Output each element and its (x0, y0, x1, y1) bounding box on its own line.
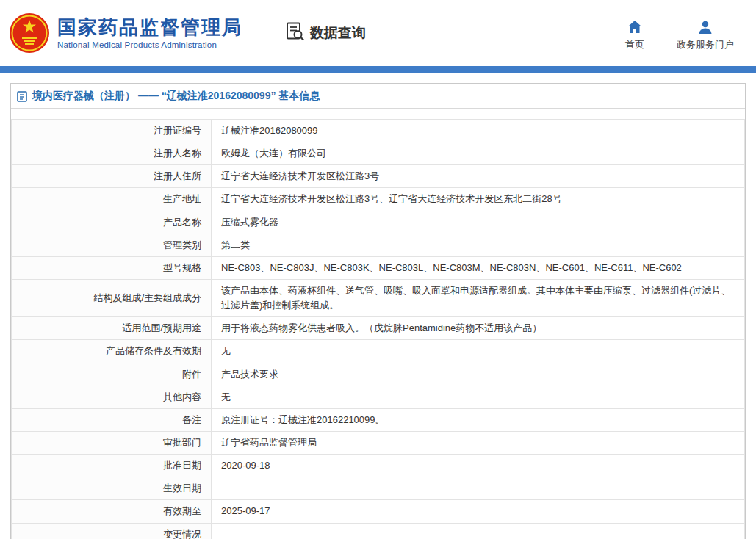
row-value: 无 (212, 340, 745, 363)
row-value: 2020-09-18 (212, 455, 745, 477)
row-value: 辽宁省药品监督管理局 (212, 431, 745, 454)
row-label: 有效期至 (12, 500, 212, 523)
table-row: 备注原注册证号：辽械注准20162210099。 (12, 408, 745, 431)
row-label: 注册人名称 (12, 142, 212, 165)
table-row: 注册证编号辽械注准20162080099 (12, 120, 745, 142)
table-row: 管理类别第二类 (12, 234, 745, 256)
table-row: 注册人名称欧姆龙（大连）有限公司 (12, 142, 745, 165)
row-label: 审批部门 (12, 431, 212, 454)
table-row: 注册人住所辽宁省大连经济技术开发区松江路3号 (12, 165, 745, 188)
info-table-body: 注册证编号辽械注准20162080099注册人名称欧姆龙（大连）有限公司注册人住… (12, 120, 745, 539)
row-label: 生效日期 (12, 477, 212, 500)
nav-portal[interactable]: 政务服务门户 (677, 20, 734, 51)
row-value: 用于将液态药物雾化供患者吸入。（戊烷脒Pentamidine药物不适用该产品） (212, 317, 745, 340)
header: 国家药品监督管理局 National Medical Products Admi… (0, 0, 756, 66)
row-label: 生产地址 (12, 188, 212, 211)
row-value: 压缩式雾化器 (212, 211, 745, 234)
row-value: 欧姆龙（大连）有限公司 (212, 142, 745, 165)
row-label: 管理类别 (12, 234, 212, 256)
data-query-label: 数据查询 (310, 23, 366, 43)
table-row: 产品储存条件及有效期无 (12, 340, 745, 363)
page-title: 境内医疗器械（注册） —— “辽械注准20162080099” 基本信息 (32, 90, 320, 103)
row-label: 结构及组成/主要组成成分 (12, 279, 212, 316)
nav-home[interactable]: 首页 (625, 20, 644, 51)
site-subtitle: National Medical Products Administration (57, 40, 242, 49)
row-value: 原注册证号：辽械注准20162210099。 (212, 408, 745, 431)
row-value: 第二类 (212, 234, 745, 256)
site-brand: 国家药品监督管理局 National Medical Products Admi… (9, 12, 242, 54)
content-panel: 境内医疗器械（注册） —— “辽械注准20162080099” 基本信息 注册证… (10, 83, 746, 539)
row-label: 批准日期 (12, 455, 212, 477)
table-row: 变更情况 (12, 523, 745, 539)
table-row: 其他内容无 (12, 386, 745, 408)
row-label: 其他内容 (12, 386, 212, 408)
home-icon (627, 20, 642, 35)
data-query-icon (285, 21, 305, 45)
row-label: 产品储存条件及有效期 (12, 340, 212, 363)
row-value: 辽械注准20162080099 (212, 120, 745, 142)
nav-portal-label: 政务服务门户 (677, 38, 734, 51)
row-label: 适用范围/预期用途 (12, 317, 212, 340)
row-value (212, 523, 745, 539)
data-query-section: 数据查询 (285, 21, 366, 45)
table-row: 型号规格NE-C803、NE-C803J、NE-C803K、NE-C803L、N… (12, 256, 745, 279)
table-row: 适用范围/预期用途用于将液态药物雾化供患者吸入。（戊烷脒Pentamidine药… (12, 317, 745, 340)
table-row: 审批部门辽宁省药品监督管理局 (12, 431, 745, 454)
row-label: 注册证编号 (12, 120, 212, 142)
header-divider-bar (0, 66, 756, 73)
top-nav: 首页 政务服务门户 (625, 15, 734, 51)
page-title-row: 境内医疗器械（注册） —— “辽械注准20162080099” 基本信息 (11, 84, 745, 109)
table-row: 生产地址辽宁省大连经济技术开发区松江路3号、辽宁省大连经济技术开发区东北二街28… (12, 188, 745, 211)
row-value: 无 (212, 386, 745, 408)
site-title: 国家药品监督管理局 (57, 17, 242, 39)
row-value (212, 477, 745, 500)
national-emblem-logo (9, 12, 50, 54)
table-row: 生效日期 (12, 477, 745, 500)
row-value: 辽宁省大连经济技术开发区松江路3号 (212, 165, 745, 188)
user-icon (698, 20, 713, 35)
info-table: 注册证编号辽械注准20162080099注册人名称欧姆龙（大连）有限公司注册人住… (11, 119, 745, 539)
site-title-block: 国家药品监督管理局 National Medical Products Admi… (57, 17, 242, 50)
table-row: 产品名称压缩式雾化器 (12, 211, 745, 234)
row-value: 该产品由本体、药液杯组件、送气管、吸嘴、吸入面罩和电源适配器组成。其中本体主要由… (212, 279, 745, 316)
row-label: 变更情况 (12, 523, 212, 539)
table-row: 附件产品技术要求 (12, 363, 745, 386)
table-row: 有效期至2025-09-17 (12, 500, 745, 523)
row-label: 注册人住所 (12, 165, 212, 188)
document-icon (17, 91, 27, 102)
row-label: 型号规格 (12, 256, 212, 279)
table-row: 结构及组成/主要组成成分该产品由本体、药液杯组件、送气管、吸嘴、吸入面罩和电源适… (12, 279, 745, 316)
row-value: 产品技术要求 (212, 363, 745, 386)
row-value: NE-C803、NE-C803J、NE-C803K、NE-C803L、NE-C8… (212, 256, 745, 279)
row-value: 2025-09-17 (212, 500, 745, 523)
row-value: 辽宁省大连经济技术开发区松江路3号、辽宁省大连经济技术开发区东北二街28号 (212, 188, 745, 211)
row-label: 附件 (12, 363, 212, 386)
nav-home-label: 首页 (625, 38, 644, 51)
table-row: 批准日期2020-09-18 (12, 455, 745, 477)
row-label: 备注 (12, 408, 212, 431)
row-label: 产品名称 (12, 211, 212, 234)
